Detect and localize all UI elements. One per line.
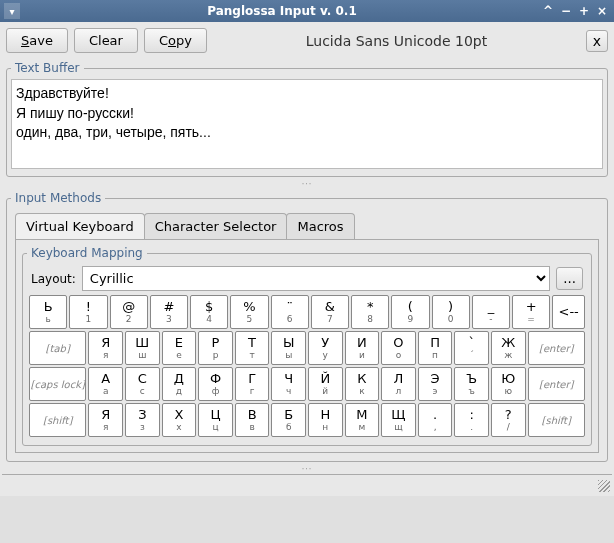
- key[interactable]: Щщ: [381, 403, 416, 437]
- window-body: Save Clear Copy Lucida Sans Unicode 10pt…: [0, 22, 614, 496]
- minimize-button[interactable]: −: [558, 3, 574, 19]
- pane-divider[interactable]: ···: [2, 181, 612, 187]
- app-menu-icon[interactable]: ▾: [4, 3, 20, 19]
- key[interactable]: `´: [454, 331, 489, 365]
- key[interactable]: Зз: [125, 403, 160, 437]
- layout-row: Layout: Cyrillic ...: [27, 264, 587, 293]
- key[interactable]: Яя: [88, 331, 123, 365]
- key[interactable]: ?/: [491, 403, 526, 437]
- key[interactable]: @2: [110, 295, 148, 329]
- key[interactable]: )0: [432, 295, 470, 329]
- key[interactable]: Кк: [345, 367, 380, 401]
- key[interactable]: Бб: [271, 403, 306, 437]
- key[interactable]: _-: [472, 295, 510, 329]
- pane-divider-2[interactable]: ···: [2, 466, 612, 472]
- font-label: Lucida Sans Unicode 10pt: [213, 33, 580, 49]
- layout-label: Layout:: [31, 272, 76, 286]
- key[interactable]: ¨6: [271, 295, 309, 329]
- shift-key[interactable]: [shift]: [29, 403, 86, 437]
- key[interactable]: Фф: [198, 367, 233, 401]
- tab-virtual-keyboard[interactable]: Virtual Keyboard: [15, 213, 145, 239]
- input-methods-group: Input Methods Virtual Keyboard Character…: [6, 191, 608, 462]
- key[interactable]: Мм: [345, 403, 380, 437]
- clear-x-button[interactable]: x: [586, 30, 608, 52]
- input-methods-legend: Input Methods: [11, 191, 105, 205]
- text-buffer-input[interactable]: [11, 79, 603, 169]
- toolbar: Save Clear Copy Lucida Sans Unicode 10pt…: [2, 24, 612, 57]
- key[interactable]: <--: [552, 295, 585, 329]
- key[interactable]: #3: [150, 295, 188, 329]
- key[interactable]: Лл: [381, 367, 416, 401]
- copy-button[interactable]: Copy: [144, 28, 207, 53]
- key[interactable]: %5: [230, 295, 268, 329]
- key[interactable]: Аа: [88, 367, 123, 401]
- key[interactable]: Чч: [271, 367, 306, 401]
- status-bar: [2, 474, 612, 494]
- key[interactable]: !1: [69, 295, 107, 329]
- tab-key[interactable]: [tab]: [29, 331, 86, 365]
- key[interactable]: Рр: [198, 331, 233, 365]
- key[interactable]: Пп: [418, 331, 453, 365]
- key[interactable]: Жж: [491, 331, 526, 365]
- text-buffer-group: Text Buffer: [6, 61, 608, 177]
- clear-button[interactable]: Clear: [74, 28, 138, 53]
- key[interactable]: &7: [311, 295, 349, 329]
- roll-up-button[interactable]: ^: [540, 3, 556, 19]
- save-button[interactable]: Save: [6, 28, 68, 53]
- key[interactable]: Оо: [381, 331, 416, 365]
- tabs: Virtual Keyboard Character Selector Macr…: [15, 213, 599, 239]
- key[interactable]: Ьь: [29, 295, 67, 329]
- key[interactable]: .,: [418, 403, 453, 437]
- capslock-key[interactable]: [caps lock]: [29, 367, 86, 401]
- keyboard-mapping-legend: Keyboard Mapping: [27, 246, 147, 260]
- keyboard-mapping-group: Keyboard Mapping Layout: Cyrillic ... Ьь…: [22, 246, 592, 446]
- tab-body: Keyboard Mapping Layout: Cyrillic ... Ьь…: [15, 239, 599, 453]
- window-title: Panglossa Input v. 0.1: [26, 4, 538, 18]
- key[interactable]: Ээ: [418, 367, 453, 401]
- key[interactable]: Сс: [125, 367, 160, 401]
- enter-key[interactable]: [enter]: [528, 367, 585, 401]
- key[interactable]: Дд: [162, 367, 197, 401]
- key[interactable]: Цц: [198, 403, 233, 437]
- key[interactable]: +=: [512, 295, 550, 329]
- layout-more-button[interactable]: ...: [556, 267, 583, 290]
- tab-macros[interactable]: Macros: [286, 213, 354, 239]
- key[interactable]: Уу: [308, 331, 343, 365]
- key[interactable]: Ии: [345, 331, 380, 365]
- key[interactable]: Яя: [88, 403, 123, 437]
- enter-key[interactable]: [enter]: [528, 331, 585, 365]
- key[interactable]: (9: [391, 295, 429, 329]
- key[interactable]: Йй: [308, 367, 343, 401]
- key[interactable]: Ъъ: [454, 367, 489, 401]
- virtual-keyboard: Ьь!1@2#3$4%5¨6&7*8(9)0_-+=<-- [tab]ЯяШшЕ…: [27, 293, 587, 441]
- text-buffer-legend: Text Buffer: [11, 61, 84, 75]
- tab-character-selector[interactable]: Character Selector: [144, 213, 288, 239]
- key[interactable]: Нн: [308, 403, 343, 437]
- key[interactable]: Хх: [162, 403, 197, 437]
- key[interactable]: Гг: [235, 367, 270, 401]
- maximize-button[interactable]: +: [576, 3, 592, 19]
- key[interactable]: :.: [454, 403, 489, 437]
- key[interactable]: *8: [351, 295, 389, 329]
- titlebar: ▾ Panglossa Input v. 0.1 ^ − + ×: [0, 0, 614, 22]
- key[interactable]: Юю: [491, 367, 526, 401]
- close-window-button[interactable]: ×: [594, 3, 610, 19]
- key[interactable]: Ыы: [271, 331, 306, 365]
- key[interactable]: $4: [190, 295, 228, 329]
- key[interactable]: Шш: [125, 331, 160, 365]
- key[interactable]: Вв: [235, 403, 270, 437]
- key[interactable]: Тт: [235, 331, 270, 365]
- layout-select[interactable]: Cyrillic: [82, 266, 550, 291]
- key[interactable]: Ее: [162, 331, 197, 365]
- shift-key[interactable]: [shift]: [528, 403, 585, 437]
